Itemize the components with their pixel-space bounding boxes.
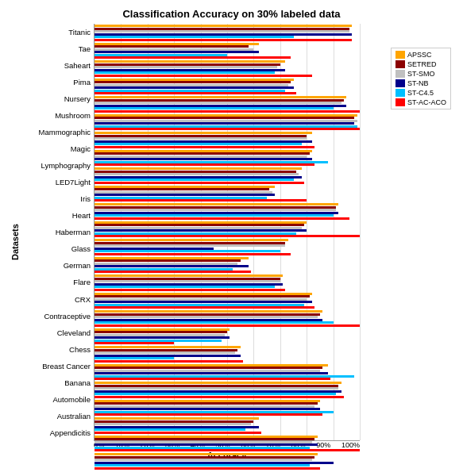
dataset-group bbox=[95, 452, 360, 470]
bar-row bbox=[95, 342, 360, 344]
bar bbox=[95, 110, 360, 113]
bar bbox=[95, 432, 261, 434]
dataset-group bbox=[95, 167, 360, 185]
dataset-rows bbox=[95, 24, 360, 440]
bar bbox=[95, 413, 322, 416]
bar-row bbox=[95, 449, 360, 451]
legend-color-box bbox=[395, 89, 405, 97]
dataset-group bbox=[95, 309, 360, 328]
row-label: CRX bbox=[22, 295, 94, 304]
row-label: Tae bbox=[22, 44, 94, 53]
bar-row bbox=[95, 128, 360, 130]
row-label: Automobile bbox=[22, 395, 94, 404]
row-label: Lymphography bbox=[22, 161, 94, 170]
bar bbox=[95, 360, 243, 363]
bar-row bbox=[95, 467, 360, 470]
bar bbox=[95, 199, 307, 202]
row-label: Saheart bbox=[22, 61, 94, 70]
bar bbox=[95, 253, 291, 255]
bar-row bbox=[95, 378, 360, 380]
dataset-group bbox=[95, 221, 360, 239]
dataset-group bbox=[95, 328, 360, 346]
y-axis-label: Datasets bbox=[8, 24, 22, 460]
bar-row bbox=[95, 163, 360, 166]
row-label: Chess bbox=[22, 345, 94, 354]
row-label: Australian bbox=[22, 412, 94, 420]
bar-row bbox=[95, 432, 360, 434]
legend-label: ST-NB bbox=[407, 79, 429, 87]
bar-row bbox=[95, 217, 360, 220]
legend-label: SETRED bbox=[407, 60, 437, 68]
dataset-group bbox=[95, 185, 360, 203]
bar-row bbox=[95, 146, 360, 148]
bar-row bbox=[95, 199, 360, 202]
legend-item: APSSC bbox=[395, 51, 446, 59]
legend-label: ST-SMO bbox=[407, 70, 435, 78]
bar-row bbox=[95, 39, 360, 41]
bar-row bbox=[95, 56, 360, 59]
dataset-group bbox=[95, 113, 360, 132]
dataset-group bbox=[95, 416, 360, 435]
bar bbox=[95, 163, 314, 166]
dataset-group bbox=[95, 256, 360, 274]
legend-label: ST-AC-ACO bbox=[407, 98, 446, 106]
dataset-group bbox=[95, 274, 360, 292]
row-labels: TitanicTaeSaheartPimaNurseryMushroomMamm… bbox=[22, 24, 94, 441]
row-label: Nursery bbox=[22, 94, 94, 103]
bars-area bbox=[94, 24, 360, 441]
bar bbox=[95, 306, 314, 309]
bar bbox=[95, 324, 360, 327]
dataset-group bbox=[95, 60, 360, 78]
bar bbox=[95, 182, 304, 184]
dataset-group bbox=[95, 131, 360, 149]
bar-row bbox=[95, 306, 360, 309]
bar-row bbox=[95, 253, 360, 255]
row-label: Cleveland bbox=[22, 328, 94, 337]
bar-row bbox=[95, 289, 360, 291]
bar bbox=[95, 467, 320, 470]
bar-row bbox=[95, 413, 360, 416]
row-label: Pima bbox=[22, 78, 94, 86]
dataset-group bbox=[95, 202, 360, 221]
row-label: Glass bbox=[22, 244, 94, 253]
dataset-group bbox=[95, 292, 360, 310]
legend-color-box bbox=[395, 60, 405, 68]
legend-item: SETRED bbox=[395, 60, 446, 68]
dataset-group bbox=[95, 238, 360, 256]
legend: APSSCSETREDST-SMOST-NBST-C4.5ST-AC-ACO bbox=[391, 48, 451, 109]
bar-row bbox=[95, 110, 360, 113]
legend-color-box bbox=[395, 51, 405, 59]
row-label: Titanic bbox=[22, 28, 94, 36]
bar bbox=[95, 271, 251, 273]
bar bbox=[95, 56, 291, 59]
bar-row bbox=[95, 182, 360, 184]
legend-item: ST-SMO bbox=[395, 70, 446, 78]
legend-item: ST-C4.5 bbox=[395, 89, 446, 97]
bar-row bbox=[95, 235, 360, 237]
row-label: Mushroom bbox=[22, 111, 94, 120]
dataset-group bbox=[95, 78, 360, 96]
row-label: Contraceptive bbox=[22, 312, 94, 321]
chart-title: Classification Accuracy on 30% labeled d… bbox=[8, 8, 455, 20]
legend-label: ST-C4.5 bbox=[407, 89, 434, 97]
bar bbox=[95, 39, 352, 41]
bar-row bbox=[95, 75, 360, 77]
bar-row bbox=[95, 360, 360, 363]
dataset-group bbox=[95, 149, 360, 167]
legend-label: APSSC bbox=[407, 51, 432, 59]
row-label: Haberman bbox=[22, 228, 94, 236]
row-label: Appendicitis bbox=[22, 428, 94, 437]
dataset-group bbox=[95, 381, 360, 399]
chart-container: Classification Accuracy on 30% labeled d… bbox=[0, 0, 463, 476]
row-label: Heart bbox=[22, 211, 94, 220]
dataset-group bbox=[95, 42, 360, 60]
bar bbox=[95, 75, 312, 77]
legend-color-box bbox=[395, 98, 405, 106]
bar bbox=[95, 396, 344, 398]
dataset-group bbox=[95, 399, 360, 417]
row-label: Mammographic bbox=[22, 128, 94, 136]
bar-row bbox=[95, 92, 360, 94]
legend-color-box bbox=[395, 79, 405, 87]
dataset-group bbox=[95, 95, 360, 113]
dataset-group bbox=[95, 345, 360, 363]
